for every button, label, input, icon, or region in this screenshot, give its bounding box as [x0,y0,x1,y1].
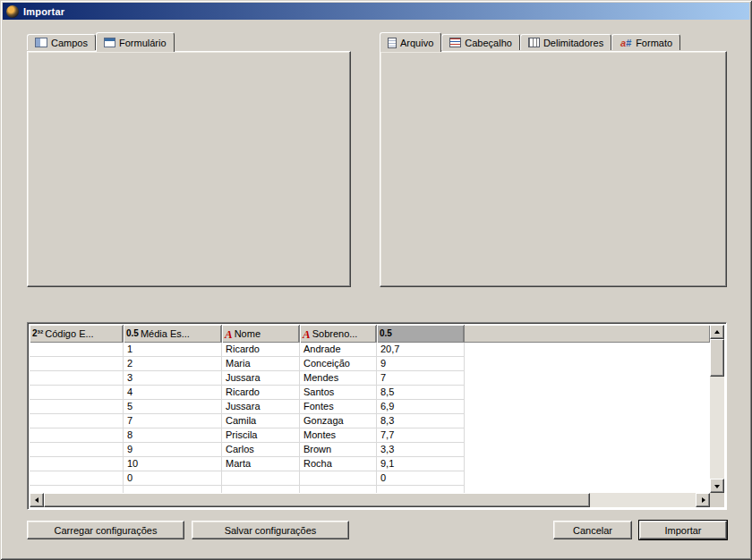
app-icon [6,5,19,18]
cell-sobrenome: Montes [300,428,377,443]
cell-valor: 3,3 [377,443,465,457]
cell-media: 10 [124,457,222,471]
cancel-button[interactable]: Cancelar [553,521,632,539]
cell-codigo [30,443,124,457]
cell-nome: Marta [222,457,300,471]
cell-sobrenome: Santos [300,386,377,400]
table-row[interactable]: 10 Marta Rocha 9,1 [30,457,710,471]
tab[interactable]: Formulário [96,32,175,52]
import-preview-grid: 2³² Código E... 0.5 Média Es... A Nome A… [27,322,727,510]
table-row[interactable]: 2 Maria Conceição 9 [30,357,710,371]
scroll-down-icon[interactable] [710,479,724,493]
column-type-icon: A [225,328,233,340]
import-button[interactable]: Importar [639,521,727,539]
right-tabstrip: Arquivo Cabeçalho Delimitadores Formato [380,32,680,52]
scroll-up-icon[interactable] [710,325,724,339]
column-type-icon: 0.5 [380,329,392,338]
cell-codigo [30,343,124,357]
cell-codigo [30,371,124,386]
cell-valor: 8,3 [377,414,465,428]
form-tab-panel [27,51,351,287]
table-row[interactable]: 4 Ricardo Santos 8,5 [30,386,710,400]
save-config-button[interactable]: Salvar configurações [192,521,349,539]
scroll-left-icon[interactable] [30,493,44,507]
cell-valor: 7,7 [377,428,465,443]
column-header[interactable]: 0.5 Média Es... [124,325,222,343]
column-type-icon: 0.5 [126,329,139,338]
tab-icon [620,38,632,48]
cell-sobrenome: Gonzaga [300,414,377,428]
horizontal-scroll-thumb[interactable] [44,493,590,507]
cell-codigo [30,428,124,443]
table-row[interactable]: 3 Jussara Mendes 7 [30,371,710,386]
cell-nome: Ricardo [222,386,300,400]
grid-horizontal-scrollbar[interactable] [30,493,710,507]
tab-icon [528,38,540,47]
grid-vertical-scrollbar[interactable] [710,325,724,493]
tab[interactable]: Cabeçalho [441,34,520,50]
tab-label: Formulário [119,38,167,48]
cell-nome: Jussara [222,400,300,414]
tab[interactable]: Arquivo [380,32,441,52]
tab-label: Delimitadores [543,38,603,48]
tab-icon [104,38,115,47]
file-tab-panel [380,51,727,287]
cell-codigo [30,386,124,400]
tab-label: Cabeçalho [465,38,512,48]
cell-media: 9 [124,443,222,457]
cell-valor: 9 [377,357,465,371]
cell-media: 3 [124,371,222,386]
cell-valor: 8,5 [377,386,465,400]
column-header[interactable]: 0.5 [377,325,465,343]
column-header[interactable]: A Sobreno... [300,325,377,343]
cell-nome: Jussara [222,371,300,386]
cell-codigo [30,400,124,414]
cell-valor: 20,7 [377,343,465,357]
column-type-icon: A [303,328,311,340]
tab-label: Formato [636,38,672,48]
column-header-label: Média Es... [141,328,190,339]
table-row[interactable]: 8 Priscila Montes 7,7 [30,428,710,443]
cell-media: 8 [124,428,222,443]
scroll-right-icon[interactable] [696,493,710,507]
cell-sobrenome: Mendes [300,371,377,386]
cell-nome: Ricardo [222,343,300,357]
window-title: Importar [23,6,64,17]
column-header-label: Sobreno... [312,328,358,339]
table-row[interactable]: 1 Ricardo Andrade 20,7 [30,343,710,357]
column-header[interactable]: A Nome [222,325,300,343]
cell-nome: Carlos [222,443,300,457]
table-row[interactable]: 9 Carlos Brown 3,3 [30,443,710,457]
vertical-scroll-thumb[interactable] [710,339,724,377]
column-header[interactable]: 2³² Código E... [30,325,124,343]
column-type-icon: 2³² [32,329,43,338]
table-row[interactable]: 7 Camila Gonzaga 8,3 [30,414,710,428]
tab[interactable]: Formato [611,34,680,50]
table-row[interactable]: 5 Jussara Fontes 6,9 [30,400,710,414]
scrollbar-corner [710,493,724,507]
cell-media: 7 [124,414,222,428]
cell-valor: 9,1 [377,457,465,471]
tab-label: Campos [51,38,88,48]
cell-media: 2 [124,357,222,371]
grid-header: 2³² Código E... 0.5 Média Es... A Nome A… [30,325,710,343]
column-header-label: Nome [235,328,261,339]
cell-sobrenome: Fontes [300,400,377,414]
cell-codigo [30,457,124,471]
tab-label: Arquivo [400,38,433,48]
grid-gridlines-filler [30,484,465,493]
cell-codigo [30,357,124,371]
tab-icon [449,38,461,47]
cell-sobrenome: Rocha [300,457,377,471]
cell-nome: Priscila [222,428,300,443]
load-config-button[interactable]: Carregar configurações [27,521,184,539]
import-dialog: Importar Campos Formulário Importar Tabe… [0,0,752,560]
tab[interactable]: Campos [27,34,96,50]
tab-icon [35,38,47,47]
cell-sobrenome: Conceição [300,357,377,371]
titlebar[interactable]: Importar [3,3,749,20]
left-tabstrip: Campos Formulário [27,32,175,52]
column-header-label: Código E... [45,328,93,339]
tab[interactable]: Delimitadores [520,34,611,50]
cell-valor: 7 [377,371,465,386]
